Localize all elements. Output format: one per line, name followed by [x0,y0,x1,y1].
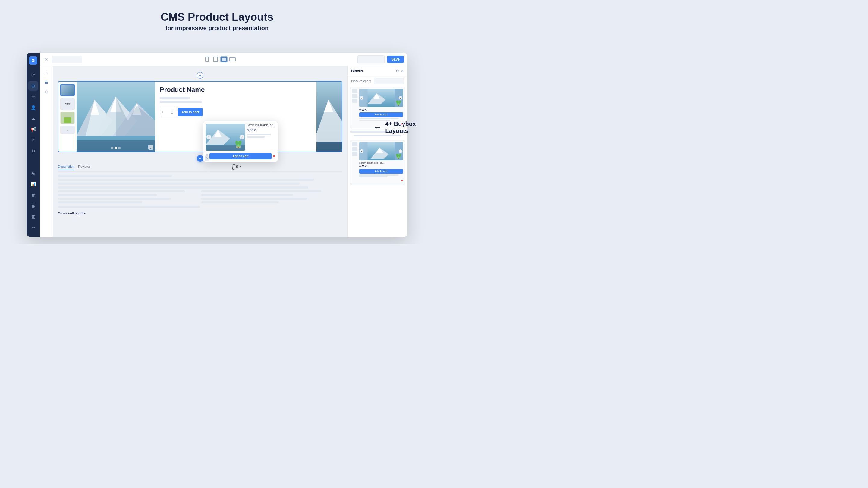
buybox-next-button[interactable]: › [240,135,244,139]
block-card-inner-1: ‹ › Lorem ipsum dolor sit... 0,00 € Add … [350,140,405,185]
buybox-price: 0,00 € [247,128,275,132]
cph-2 [58,183,300,185]
page-header: CMS Product Layouts for impressive produ… [0,0,434,39]
cph-0 [58,175,172,177]
bc-desc-ph-1-1 [359,176,388,177]
bc-thumb-2 [352,98,358,103]
carousel-dots [111,147,121,149]
buybox-label: 4+ Buybox Layouts [385,121,416,134]
bc-desc-ph-0 [359,118,399,119]
sidebar-item-6[interactable]: ↺ [28,135,38,145]
bc-desc-ph-1-0 [359,174,399,175]
buybox-heart-icon[interactable]: ♥ [273,154,275,158]
toolbar-dropdown[interactable] [358,56,384,63]
block-card-1: ‹ › Lorem ipsum dolor sit... 0,00 € Add … [350,140,405,185]
thumb-2[interactable] [60,112,75,124]
right-img-bg [316,82,342,152]
bc-thumb-1 [352,94,358,98]
svg-rect-9 [76,140,155,152]
close-button[interactable]: ✕ [43,56,50,62]
buybox-edit-icon[interactable]: ✎ [205,156,210,161]
thumb-1[interactable]: 👓 [60,98,75,110]
sidebar-item-7[interactable]: ⚙ [28,146,38,156]
sidebar-item-3[interactable]: 👤 [28,103,38,112]
buybox-label-line2: Layouts [385,127,416,134]
buybox-prev-button[interactable]: ‹ [207,135,211,139]
bc-thumb-1-2 [352,152,358,156]
sidebar-item-8[interactable]: ◉ [28,168,38,178]
sidebar-item-9[interactable]: 📊 [28,179,38,189]
block-category-label: Block category [351,79,371,83]
add-row-top: + [58,72,342,78]
workspace: + ☰ ⚙ + [40,66,407,237]
sidebar-item-more[interactable]: ••• [28,223,38,232]
add-section-button[interactable]: + [197,155,204,162]
cph-col1-0 [58,190,185,193]
bc-nav-l-0[interactable]: ‹ [360,96,364,100]
tab-description[interactable]: Description [58,165,74,170]
bc-product-image-1: ‹ › [359,142,403,160]
bc-desc-lines-1 [359,174,403,177]
sidebar-item-12[interactable]: ▦ [28,212,38,221]
sidebar-item-1[interactable]: ⊞ [28,81,38,91]
sidebar-dark: G ⟳ ⊞ ☰ 👤 ☁ 📢 ↺ ⚙ ◉ 📊 ▦ ▦ ▦ ••• [27,53,40,237]
blocks-panel: Blocks ⚙ ✕ Block category [347,66,407,237]
sidebar-item-4[interactable]: ☁ [28,113,38,123]
logo: G [29,56,37,65]
add-to-cart-button[interactable]: Add to cart [178,108,203,116]
bc-add-cart-button-0[interactable]: Add to cart [359,112,403,117]
cph-col1-3 [58,201,143,203]
panel-icon-0[interactable]: + [42,68,51,77]
main-product-image: ⌄ [76,82,155,152]
panel-icon-gear[interactable]: ⚙ [42,88,51,96]
thumbnails: 👓 ⌄ [59,82,76,152]
mobile-view-button[interactable] [204,56,211,62]
buybox-info: Lorem ipsum dolor sit... 0,00 € [247,124,275,138]
desktop-view-button[interactable] [220,56,227,62]
dot-2 [118,147,121,149]
bc-add-cart-button-1[interactable]: Add to cart [359,169,403,173]
sidebar-item-11[interactable]: ▦ [28,201,38,210]
tablet-view-button[interactable] [212,56,219,62]
quantity-input[interactable]: 1 ▲▼ [160,108,176,116]
buybox-ph-0 [247,134,271,135]
left-panel: + ☰ ⚙ [40,66,53,237]
bc-heart-icon-1[interactable]: ♥ [401,179,403,182]
scroll-down-icon[interactable]: ⌄ [148,145,153,150]
main-image-bg [76,82,155,152]
block-category-row: Block category [347,75,407,86]
blocks-close-button[interactable]: ✕ [401,69,404,73]
tab-reviews[interactable]: Reviews [78,165,91,170]
blocks-gear-icon[interactable]: ⚙ [396,69,399,73]
cph-1 [58,178,314,181]
thumb-0[interactable] [60,84,75,96]
buybox-overlay: ‹ › Lorem ipsum dolor sit... 0,00 € [203,121,278,162]
sidebar-item-0[interactable]: ⟳ [28,70,38,80]
block-category-dropdown[interactable] [374,78,404,84]
view-icons [204,56,236,62]
bc-title-1: Lorem ipsum dolor sit... [359,161,403,164]
url-bar[interactable] [52,56,82,63]
bc-price-0: 0,00 € [359,108,367,111]
cph-col2-2 [201,198,307,200]
buybox-add-to-cart-button[interactable]: Add to cart [210,153,272,159]
blocks-panel-title: Blocks [351,69,363,73]
save-button[interactable]: Save [387,56,404,63]
buybox-header: ‹ › Lorem ipsum dolor sit... 0,00 € [204,121,278,153]
widescreen-view-button[interactable] [229,56,236,62]
sidebar-item-5[interactable]: 📢 [28,124,38,134]
cph-3 [58,187,308,189]
page-title: CMS Product Layouts [0,11,434,24]
bc-thumb-0 [352,89,358,93]
add-row-button-top[interactable]: + [197,72,204,78]
cph-col1-1 [58,194,157,196]
browser-window: G ⟳ ⊞ ☰ 👤 ☁ 📢 ↺ ⚙ ◉ 📊 ▦ ▦ ▦ ••• ✕ [27,53,407,237]
bc-nav-l-1[interactable]: ‹ [360,150,364,153]
panel-icon-1[interactable]: ☰ [42,78,51,87]
sidebar-item-2[interactable]: ☰ [28,92,38,101]
thumb-nav[interactable]: ⌄ [60,126,75,134]
content-placeholders [58,175,342,189]
buybox-label-area: ← 4+ Buybox Layouts [373,121,416,134]
sidebar-item-10[interactable]: ▦ [28,190,38,200]
two-col-placeholders [58,190,342,203]
